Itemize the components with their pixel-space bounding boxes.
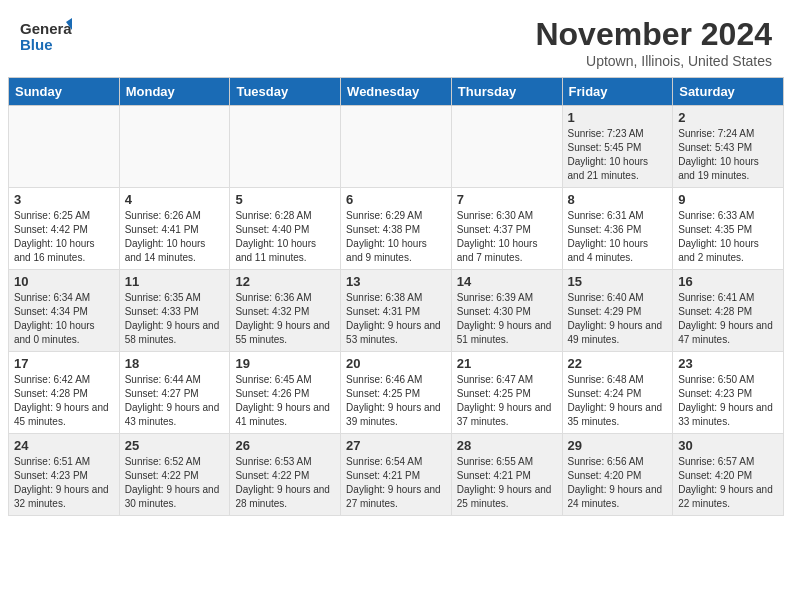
calendar-day-cell: 27Sunrise: 6:54 AM Sunset: 4:21 PM Dayli… — [341, 434, 452, 516]
day-number: 24 — [14, 438, 114, 453]
calendar-day-cell: 11Sunrise: 6:35 AM Sunset: 4:33 PM Dayli… — [119, 270, 230, 352]
day-info: Sunrise: 6:53 AM Sunset: 4:22 PM Dayligh… — [235, 455, 335, 511]
day-number: 3 — [14, 192, 114, 207]
calendar-day-cell — [341, 106, 452, 188]
day-number: 23 — [678, 356, 778, 371]
calendar-day-cell — [119, 106, 230, 188]
calendar-day-cell: 23Sunrise: 6:50 AM Sunset: 4:23 PM Dayli… — [673, 352, 784, 434]
calendar-day-cell: 26Sunrise: 6:53 AM Sunset: 4:22 PM Dayli… — [230, 434, 341, 516]
day-info: Sunrise: 6:38 AM Sunset: 4:31 PM Dayligh… — [346, 291, 446, 347]
day-number: 22 — [568, 356, 668, 371]
day-info: Sunrise: 6:40 AM Sunset: 4:29 PM Dayligh… — [568, 291, 668, 347]
day-info: Sunrise: 6:35 AM Sunset: 4:33 PM Dayligh… — [125, 291, 225, 347]
day-info: Sunrise: 6:45 AM Sunset: 4:26 PM Dayligh… — [235, 373, 335, 429]
calendar-day-cell: 10Sunrise: 6:34 AM Sunset: 4:34 PM Dayli… — [9, 270, 120, 352]
calendar-day-cell: 14Sunrise: 6:39 AM Sunset: 4:30 PM Dayli… — [451, 270, 562, 352]
day-info: Sunrise: 6:28 AM Sunset: 4:40 PM Dayligh… — [235, 209, 335, 265]
calendar-day-cell: 7Sunrise: 6:30 AM Sunset: 4:37 PM Daylig… — [451, 188, 562, 270]
day-info: Sunrise: 6:26 AM Sunset: 4:41 PM Dayligh… — [125, 209, 225, 265]
day-info: Sunrise: 6:39 AM Sunset: 4:30 PM Dayligh… — [457, 291, 557, 347]
calendar-day-cell: 12Sunrise: 6:36 AM Sunset: 4:32 PM Dayli… — [230, 270, 341, 352]
day-number: 18 — [125, 356, 225, 371]
day-info: Sunrise: 6:25 AM Sunset: 4:42 PM Dayligh… — [14, 209, 114, 265]
calendar-day-cell: 25Sunrise: 6:52 AM Sunset: 4:22 PM Dayli… — [119, 434, 230, 516]
calendar-day-cell: 17Sunrise: 6:42 AM Sunset: 4:28 PM Dayli… — [9, 352, 120, 434]
day-number: 26 — [235, 438, 335, 453]
day-info: Sunrise: 6:46 AM Sunset: 4:25 PM Dayligh… — [346, 373, 446, 429]
day-info: Sunrise: 6:56 AM Sunset: 4:20 PM Dayligh… — [568, 455, 668, 511]
day-info: Sunrise: 6:36 AM Sunset: 4:32 PM Dayligh… — [235, 291, 335, 347]
day-number: 6 — [346, 192, 446, 207]
svg-text:Blue: Blue — [20, 36, 53, 53]
title-block: November 2024 Uptown, Illinois, United S… — [535, 16, 772, 69]
day-number: 27 — [346, 438, 446, 453]
col-tuesday: Tuesday — [230, 78, 341, 106]
calendar-day-cell: 5Sunrise: 6:28 AM Sunset: 4:40 PM Daylig… — [230, 188, 341, 270]
day-info: Sunrise: 6:55 AM Sunset: 4:21 PM Dayligh… — [457, 455, 557, 511]
day-info: Sunrise: 6:47 AM Sunset: 4:25 PM Dayligh… — [457, 373, 557, 429]
day-number: 8 — [568, 192, 668, 207]
calendar-day-cell — [9, 106, 120, 188]
calendar-day-cell: 3Sunrise: 6:25 AM Sunset: 4:42 PM Daylig… — [9, 188, 120, 270]
day-number: 2 — [678, 110, 778, 125]
day-info: Sunrise: 6:48 AM Sunset: 4:24 PM Dayligh… — [568, 373, 668, 429]
calendar-day-cell: 30Sunrise: 6:57 AM Sunset: 4:20 PM Dayli… — [673, 434, 784, 516]
day-number: 9 — [678, 192, 778, 207]
calendar-day-cell — [451, 106, 562, 188]
calendar-day-cell: 2Sunrise: 7:24 AM Sunset: 5:43 PM Daylig… — [673, 106, 784, 188]
day-info: Sunrise: 7:24 AM Sunset: 5:43 PM Dayligh… — [678, 127, 778, 183]
calendar-wrapper: Sunday Monday Tuesday Wednesday Thursday… — [0, 77, 792, 524]
page-title: November 2024 — [535, 16, 772, 53]
calendar-day-cell: 24Sunrise: 6:51 AM Sunset: 4:23 PM Dayli… — [9, 434, 120, 516]
day-number: 19 — [235, 356, 335, 371]
logo: General Blue — [20, 16, 72, 60]
day-info: Sunrise: 6:31 AM Sunset: 4:36 PM Dayligh… — [568, 209, 668, 265]
calendar-day-cell: 15Sunrise: 6:40 AM Sunset: 4:29 PM Dayli… — [562, 270, 673, 352]
calendar-day-cell — [230, 106, 341, 188]
calendar-day-cell: 9Sunrise: 6:33 AM Sunset: 4:35 PM Daylig… — [673, 188, 784, 270]
col-thursday: Thursday — [451, 78, 562, 106]
calendar-header-row: Sunday Monday Tuesday Wednesday Thursday… — [9, 78, 784, 106]
calendar-week-row: 24Sunrise: 6:51 AM Sunset: 4:23 PM Dayli… — [9, 434, 784, 516]
calendar-day-cell: 1Sunrise: 7:23 AM Sunset: 5:45 PM Daylig… — [562, 106, 673, 188]
calendar-day-cell: 29Sunrise: 6:56 AM Sunset: 4:20 PM Dayli… — [562, 434, 673, 516]
day-info: Sunrise: 6:42 AM Sunset: 4:28 PM Dayligh… — [14, 373, 114, 429]
day-info: Sunrise: 6:33 AM Sunset: 4:35 PM Dayligh… — [678, 209, 778, 265]
day-info: Sunrise: 6:30 AM Sunset: 4:37 PM Dayligh… — [457, 209, 557, 265]
calendar-day-cell: 4Sunrise: 6:26 AM Sunset: 4:41 PM Daylig… — [119, 188, 230, 270]
calendar-week-row: 3Sunrise: 6:25 AM Sunset: 4:42 PM Daylig… — [9, 188, 784, 270]
page-subtitle: Uptown, Illinois, United States — [535, 53, 772, 69]
calendar-day-cell: 28Sunrise: 6:55 AM Sunset: 4:21 PM Dayli… — [451, 434, 562, 516]
col-wednesday: Wednesday — [341, 78, 452, 106]
day-number: 17 — [14, 356, 114, 371]
day-number: 30 — [678, 438, 778, 453]
day-info: Sunrise: 6:44 AM Sunset: 4:27 PM Dayligh… — [125, 373, 225, 429]
calendar-day-cell: 18Sunrise: 6:44 AM Sunset: 4:27 PM Dayli… — [119, 352, 230, 434]
day-info: Sunrise: 6:52 AM Sunset: 4:22 PM Dayligh… — [125, 455, 225, 511]
day-number: 11 — [125, 274, 225, 289]
day-info: Sunrise: 6:54 AM Sunset: 4:21 PM Dayligh… — [346, 455, 446, 511]
day-info: Sunrise: 6:29 AM Sunset: 4:38 PM Dayligh… — [346, 209, 446, 265]
day-number: 1 — [568, 110, 668, 125]
day-info: Sunrise: 6:57 AM Sunset: 4:20 PM Dayligh… — [678, 455, 778, 511]
day-number: 16 — [678, 274, 778, 289]
day-number: 12 — [235, 274, 335, 289]
day-info: Sunrise: 6:34 AM Sunset: 4:34 PM Dayligh… — [14, 291, 114, 347]
calendar-day-cell: 13Sunrise: 6:38 AM Sunset: 4:31 PM Dayli… — [341, 270, 452, 352]
col-monday: Monday — [119, 78, 230, 106]
day-number: 7 — [457, 192, 557, 207]
day-number: 20 — [346, 356, 446, 371]
calendar-week-row: 17Sunrise: 6:42 AM Sunset: 4:28 PM Dayli… — [9, 352, 784, 434]
calendar-day-cell: 19Sunrise: 6:45 AM Sunset: 4:26 PM Dayli… — [230, 352, 341, 434]
calendar-day-cell: 21Sunrise: 6:47 AM Sunset: 4:25 PM Dayli… — [451, 352, 562, 434]
calendar-week-row: 10Sunrise: 6:34 AM Sunset: 4:34 PM Dayli… — [9, 270, 784, 352]
day-info: Sunrise: 7:23 AM Sunset: 5:45 PM Dayligh… — [568, 127, 668, 183]
day-number: 4 — [125, 192, 225, 207]
day-info: Sunrise: 6:41 AM Sunset: 4:28 PM Dayligh… — [678, 291, 778, 347]
calendar-day-cell: 20Sunrise: 6:46 AM Sunset: 4:25 PM Dayli… — [341, 352, 452, 434]
day-info: Sunrise: 6:51 AM Sunset: 4:23 PM Dayligh… — [14, 455, 114, 511]
col-saturday: Saturday — [673, 78, 784, 106]
day-number: 25 — [125, 438, 225, 453]
calendar-table: Sunday Monday Tuesday Wednesday Thursday… — [8, 77, 784, 516]
calendar-day-cell: 6Sunrise: 6:29 AM Sunset: 4:38 PM Daylig… — [341, 188, 452, 270]
